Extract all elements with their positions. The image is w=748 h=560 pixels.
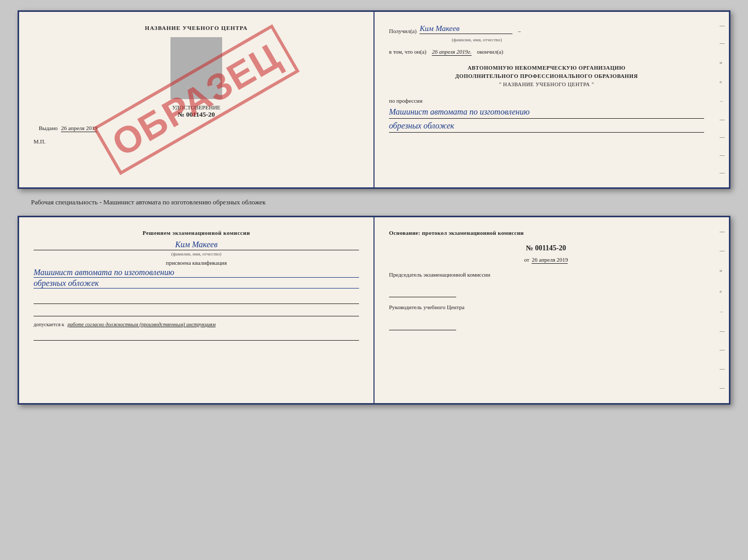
recipient-fio-hint: (фамилия, имя, отчество): [430, 37, 523, 42]
admission-prefix: допускается к: [34, 322, 64, 327]
recipient-prefix: Получил(а): [389, 28, 416, 34]
bottom-cert-right: Основание: протокол экзаменационной коми…: [375, 217, 729, 403]
basis-title: Основание: протокол экзаменационной коми…: [389, 230, 703, 236]
issued-line: Выдано 26 апреля 2019: [34, 125, 359, 131]
director-label: Руководитель учебного Центра: [389, 303, 703, 311]
blank-line-2: [34, 307, 359, 316]
director-sign-line: [389, 322, 456, 330]
protocol-date: от 26 апреля 2019: [389, 257, 703, 263]
between-label: Рабочая специальность - Машинист автомат…: [10, 198, 266, 206]
side-marks: и а ←: [720, 17, 726, 182]
date-suffix: окончил(а): [477, 49, 503, 55]
chairman-sign-line: [389, 289, 456, 297]
commission-fio-hint: (фамилия, имя, отчество): [34, 251, 359, 257]
commission-title: Решением экзаменационной комиссии: [34, 230, 359, 236]
cert-number: № 001145-20: [34, 110, 359, 119]
qualification-line1: Машинист автомата по изготовлению: [34, 268, 359, 278]
protocol-date-value: 26 апреля 2019: [532, 257, 568, 264]
org-block: АВТОНОМНУЮ НЕКОММЕРЧЕСКУЮ ОРГАНИЗАЦИЮ ДО…: [389, 64, 704, 88]
org-line3: " НАЗВАНИЕ УЧЕБНОГО ЦЕНТРА ": [389, 81, 704, 89]
mp-line: М.П.: [34, 138, 359, 145]
recipient-line: Получил(а) Ким Макеев –: [389, 24, 704, 34]
profession-label: по профессии: [389, 98, 704, 104]
org-line1: АВТОНОМНУЮ НЕКОММЕРЧЕСКУЮ ОРГАНИЗАЦИЮ: [389, 64, 704, 72]
top-cert-left: НАЗВАНИЕ УЧЕБНОГО ЦЕНТРА УДОСТОВЕРЕНИЕ №…: [19, 12, 375, 187]
issued-date: 26 апреля 2019: [61, 125, 97, 132]
profession-line1: Машинист автомата по изготовлению: [389, 106, 704, 119]
photo-placeholder: [170, 37, 222, 99]
protocol-number: № 001145-20: [389, 244, 703, 252]
cert-school-title: НАЗВАНИЕ УЧЕБНОГО ЦЕНТРА: [34, 24, 359, 32]
date-line: в том, что он(а) 26 апреля 2019г. окончи…: [389, 49, 704, 55]
blank-line-1: [34, 295, 359, 304]
blank-line-3: [34, 331, 359, 341]
qualification-line2: обрезных обложек: [34, 279, 359, 289]
top-cert-right: Получил(а) Ким Макеев – (фамилия, имя, о…: [375, 12, 729, 187]
bottom-side-marks: и а ←: [720, 222, 726, 398]
org-line2: ДОПОЛНИТЕЛЬНОГО ПРОФЕССИОНАЛЬНОГО ОБРАЗО…: [389, 72, 704, 81]
admission-value: работе согласно должностным (производств…: [68, 322, 215, 327]
bottom-cert-left: Решением экзаменационной комиссии Ким Ма…: [19, 217, 375, 403]
recipient-name: Ким Макеев: [419, 24, 512, 34]
qualification-label: присвоена квалификация: [34, 260, 359, 266]
profession-line2: обрезных обложек: [389, 120, 704, 133]
cert-title-area: НАЗВАНИЕ УЧЕБНОГО ЦЕНТРА: [34, 24, 359, 32]
protocol-date-prefix: от: [524, 257, 529, 263]
director-block: Руководитель учебного Центра: [389, 303, 703, 330]
chairman-block: Председатель экзаменационной комиссии: [389, 271, 703, 297]
issued-label: Выдано: [39, 125, 58, 131]
admission-text: допускается к работе согласно должностны…: [34, 322, 359, 327]
chairman-label: Председатель экзаменационной комиссии: [389, 271, 703, 279]
cert-number-section: УДОСТОВЕРЕНИЕ № 001145-20: [34, 104, 359, 119]
date-value: 26 апреля 2019г.: [432, 49, 471, 56]
bottom-certificate: Решением экзаменационной комиссии Ким Ма…: [18, 216, 730, 405]
commission-name: Ким Макеев: [34, 240, 359, 250]
date-prefix: в том, что он(а): [389, 49, 426, 55]
top-certificate: НАЗВАНИЕ УЧЕБНОГО ЦЕНТРА УДОСТОВЕРЕНИЕ №…: [18, 10, 730, 189]
cert-label: УДОСТОВЕРЕНИЕ: [34, 104, 359, 110]
